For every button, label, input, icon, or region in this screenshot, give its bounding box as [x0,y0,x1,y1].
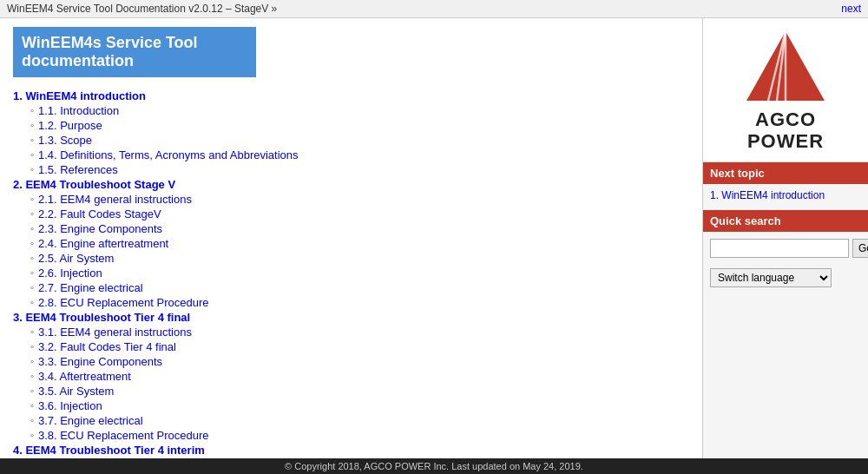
doc-area[interactable]: WinEEM4s Service Tool documentation 1. W… [0,18,702,458]
toc-subitem: 2.6. Injection [30,267,689,280]
toc-list: 1. WinEEM4 introduction1.1. Introduction… [13,89,689,458]
toc-subitem: 3.5. Air System [30,385,689,398]
toc-sublist-1: 1.1. Introduction1.2. Purpose1.3. Scope1… [13,104,689,176]
toc-sublink[interactable]: 2.5. Air System [38,252,114,265]
toc-sublink[interactable]: 2.7. Engine electrical [38,281,143,294]
toc-sublink[interactable]: 1.2. Purpose [38,119,102,132]
toc-sublink[interactable]: 2.2. Fault Codes StageV [38,207,161,221]
right-sidebar: AGCO POWER Next topic 1. WinEEM4 introdu… [703,18,868,458]
agco-logo-triangle [742,27,829,105]
footer-text: © Copyright 2018, AGCO POWER Inc. Last u… [285,461,583,471]
footer: © Copyright 2018, AGCO POWER Inc. Last u… [0,458,868,474]
toc-subitem: 2.7. Engine electrical [30,281,689,294]
toc-link-2[interactable]: 2. EEM4 Troubleshoot Stage V [13,178,175,191]
toc-subitem: 3.6. Injection [30,399,689,412]
toc-sublink[interactable]: 3.8. ECU Replacement Procedure [38,429,209,442]
toc-link-1[interactable]: 1. WinEEM4 introduction [13,89,146,102]
search-go-button[interactable]: Go [852,239,868,258]
main-panel: WinEEM4s Service Tool documentation 1. W… [0,18,703,458]
toc-sublist-2: 2.1. EEM4 general instructions2.2. Fault… [13,193,689,309]
toc-sublink[interactable]: 2.6. Injection [38,267,102,280]
agco-name-line1: AGCO [712,109,859,130]
agco-logo-area: AGCO POWER [703,18,868,162]
toc-subitem: 3.3. Engine Components [30,355,689,368]
content-wrapper: WinEEM4s Service Tool documentation 1. W… [0,18,868,458]
toc-subitem: 1.3. Scope [30,134,689,147]
quick-search-section: Quick search Go [703,210,868,261]
next-link[interactable]: next [841,3,861,15]
toc-sublink[interactable]: 3.6. Injection [38,399,102,412]
toc-subitem: 3.8. ECU Replacement Procedure [30,429,689,442]
toc-item-1: 1. WinEEM4 introduction1.1. Introduction… [13,89,689,176]
toc-sublink[interactable]: 3.2. Fault Codes Tier 4 final [38,340,176,353]
toc-sublink[interactable]: 2.4. Engine aftertreatment [38,237,168,250]
toc-subitem: 3.2. Fault Codes Tier 4 final [30,340,689,353]
doc-title: WinEEM4s Service Tool documentation [13,27,256,77]
toc-subitem: 1.2. Purpose [30,119,689,132]
toc-subitem: 1.1. Introduction [30,104,689,117]
next-topic-title: Next topic [703,162,868,184]
next-topic-section: Next topic 1. WinEEM4 introduction [703,162,868,207]
toc-subitem: 3.7. Engine electrical [30,414,689,427]
toc-sublink[interactable]: 3.4. Aftertreatment [38,370,131,383]
toc-sublink[interactable]: 3.7. Engine electrical [38,414,143,427]
toc-subitem: 3.1. EEM4 general instructions [30,326,689,339]
toc-sublink[interactable]: 3.3. Engine Components [38,355,162,368]
toc-subitem: 1.4. Definitions, Terms, Acronyms and Ab… [30,148,689,161]
toc-subitem: 2.4. Engine aftertreatment [30,237,689,250]
toc-subitem: 2.8. ECU Replacement Procedure [30,296,689,309]
switch-language-select[interactable]: Switch language [710,268,832,287]
toc-sublink[interactable]: 1.5. References [38,163,118,176]
toc-subitem: 2.5. Air System [30,252,689,265]
search-row: Go [703,235,868,261]
toc-item-3: 3. EEM4 Troubleshoot Tier 4 final3.1. EE… [13,311,689,442]
next-topic-link[interactable]: 1. WinEEM4 introduction [703,188,868,207]
toc-sublink[interactable]: 3.5. Air System [38,385,114,398]
toc-sublink[interactable]: 2.8. ECU Replacement Procedure [38,296,209,309]
toc-sublink[interactable]: 1.1. Introduction [38,104,119,117]
toc-sublist-3: 3.1. EEM4 general instructions3.2. Fault… [13,326,689,442]
quick-search-title: Quick search [703,210,868,232]
top-bar: WinEEM4 Service Tool Documentation v2.0.… [0,0,868,18]
page-title: WinEEM4 Service Tool Documentation v2.0.… [7,3,277,15]
toc-item-2: 2. EEM4 Troubleshoot Stage V2.1. EEM4 ge… [13,178,689,309]
toc-sublink[interactable]: 1.3. Scope [38,134,92,147]
toc-item-4: 4. EEM4 Troubleshoot Tier 4 interim4.1. … [13,444,689,458]
toc-sublink[interactable]: 3.1. EEM4 general instructions [38,326,192,339]
toc-link-4[interactable]: 4. EEM4 Troubleshoot Tier 4 interim [13,444,205,457]
toc-subitem: 2.2. Fault Codes StageV [30,207,689,221]
toc-link-3[interactable]: 3. EEM4 Troubleshoot Tier 4 final [13,311,190,324]
agco-name-line2: POWER [712,130,859,153]
switch-language-section: Switch language [703,261,868,294]
toc-subitem: 3.4. Aftertreatment [30,370,689,383]
search-input[interactable] [710,239,849,258]
toc-sublink[interactable]: 2.1. EEM4 general instructions [38,193,192,206]
toc-subitem: 1.5. References [30,163,689,176]
toc-sublink[interactable]: 1.4. Definitions, Terms, Acronyms and Ab… [38,148,299,161]
toc-sublink[interactable]: 2.3. Engine Components [38,222,162,235]
toc-subitem: 2.3. Engine Components [30,222,689,235]
toc-subitem: 2.1. EEM4 general instructions [30,193,689,206]
